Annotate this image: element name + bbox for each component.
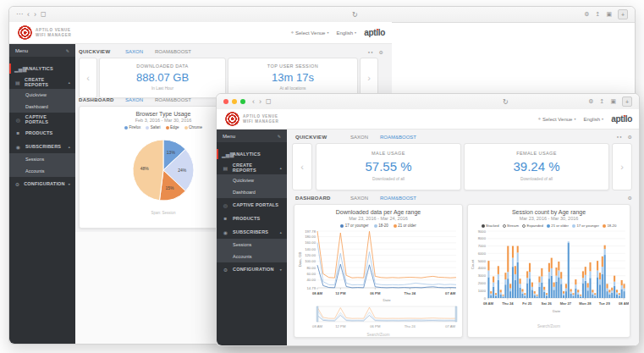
language-selector[interactable]: English ▾ <box>583 117 603 122</box>
tab-roamboost[interactable]: ROAM&BOOST <box>155 97 191 102</box>
legend-item[interactable]: Stacked <box>482 223 499 228</box>
tab-icon[interactable]: ◻ <box>41 11 47 18</box>
legend-item[interactable]: 18-20 <box>374 223 388 228</box>
share-icon[interactable]: ↥ <box>600 98 605 105</box>
copy-icon[interactable]: ▣ <box>606 11 612 18</box>
svg-text:06 PM: 06 PM <box>370 324 381 328</box>
gear-icon[interactable]: ⚙ <box>628 134 632 140</box>
sidebar-item-label: ANALYTICS <box>25 66 53 71</box>
new-tab-icon[interactable]: + <box>618 9 628 19</box>
app-header: APTILO VENUE WIFI MANAGER ⌖ Select Venue… <box>9 22 392 44</box>
close-window-button[interactable] <box>223 99 228 104</box>
legend-item[interactable]: Edge <box>166 125 179 130</box>
forward-icon[interactable]: › <box>34 11 36 19</box>
carousel-next-button[interactable]: › <box>360 58 378 98</box>
legend-item[interactable]: Firefox <box>124 125 140 130</box>
overflow-icon[interactable]: ⋯ <box>16 11 23 18</box>
sidebar-subitem-sessions[interactable]: Sessions <box>217 239 287 251</box>
chart-title: Downloaded data per Age range <box>294 209 462 215</box>
refresh-icon[interactable]: ↻ <box>352 11 358 19</box>
sidebar-subitem-quickview[interactable]: Quickview <box>217 174 287 186</box>
forward-icon[interactable]: › <box>259 98 261 106</box>
tab-saxon[interactable]: SAXON <box>350 196 380 201</box>
sidebar-item-configuration[interactable]: ⚙CONFIGURATION▾ <box>217 262 287 276</box>
sidebar-subitem-accounts[interactable]: Accounts <box>217 251 287 262</box>
sidebar-item-subscribers[interactable]: ◉SUBSCRIBERS▴ <box>9 140 75 153</box>
tab-roamboost[interactable]: ROAM&BOOST <box>155 49 191 54</box>
sidebar-subitem-dashboard[interactable]: Dashboard <box>217 186 287 198</box>
minimize-window-button[interactable] <box>232 99 237 104</box>
gear-icon[interactable]: ⚙ <box>379 49 383 55</box>
sidebar-item-products[interactable]: ■PRODUCTS <box>9 126 75 140</box>
legend-dot <box>547 224 550 228</box>
new-tab-icon[interactable]: + <box>622 97 632 107</box>
legend-item[interactable]: Chrome <box>184 125 203 130</box>
sidebar-item-products[interactable]: ■PRODUCTS <box>217 212 287 225</box>
back-icon[interactable]: ‹ <box>27 11 30 19</box>
svg-text:24%: 24% <box>178 168 187 173</box>
legend-item[interactable]: 21 or older <box>547 223 569 228</box>
kpi-value: 13m 17s <box>228 71 357 84</box>
share-icon[interactable]: ↥ <box>596 11 601 18</box>
pin-icon[interactable]: ✎ <box>278 134 281 139</box>
refresh-icon[interactable]: ↻ <box>503 98 509 106</box>
users-icon[interactable]: ●● <box>617 135 623 139</box>
sidebar: Menu✎▂▅▇ANALYTICS▤CREATE REPORTS▴Quickvi… <box>9 44 75 344</box>
legend-item[interactable]: 21 or older <box>394 223 416 228</box>
legend-dot <box>522 224 526 228</box>
settings-icon[interactable]: ⚙ <box>584 11 589 18</box>
sidebar-item-label: PRODUCTS <box>233 216 260 221</box>
venue-selector[interactable]: ⌖ Select Venue ▾ <box>291 30 329 36</box>
sidebar-item-configuration[interactable]: ⚙CONFIGURATION▾ <box>9 177 75 190</box>
carousel-prev-button[interactable]: ‹ <box>292 143 312 190</box>
legend-item[interactable]: 18-20 <box>603 223 617 228</box>
create-reports-submenu: QuickviewDashboard <box>217 174 287 198</box>
users-icon[interactable]: ●● <box>368 50 374 54</box>
sidebar-subitem-dashboard[interactable]: Dashboard <box>9 101 75 113</box>
venue-selector[interactable]: ⌖ Select Venue ▾ <box>538 116 576 122</box>
sidebar-item-create-reports[interactable]: ▤CREATE REPORTS▴ <box>217 161 287 174</box>
copy-icon[interactable]: ▣ <box>610 98 616 105</box>
sidebar-menu-header[interactable]: Menu✎ <box>9 44 75 57</box>
legend-item[interactable]: Expanded <box>522 223 543 228</box>
language-selector[interactable]: English ▾ <box>336 30 356 36</box>
sidebar-item-create-reports[interactable]: ▤CREATE REPORTS▴ <box>9 75 75 89</box>
svg-text:Sat 26: Sat 26 <box>541 301 552 306</box>
chart-footer: Search/Zoom <box>294 333 462 337</box>
legend-label: 17 or younger <box>345 223 369 228</box>
back-icon[interactable]: ‹ <box>252 98 255 106</box>
tab-roamboost[interactable]: ROAM&BOOST <box>380 135 416 140</box>
sidebar-item-captive-portals[interactable]: ◎CAPTIVE PORTALS <box>9 113 75 126</box>
legend-item[interactable]: 17 or younger <box>572 223 599 228</box>
pin-icon[interactable]: ✎ <box>66 48 69 53</box>
sidebar-subitem-sessions[interactable]: Sessions <box>9 153 75 165</box>
carousel-next-button[interactable]: › <box>612 143 632 190</box>
tab-roamboost[interactable]: ROAM&BOOST <box>380 196 416 201</box>
tab-saxon[interactable]: SAXON <box>350 135 380 140</box>
sidebar-subitem-quickview[interactable]: Quickview <box>9 89 75 101</box>
chevron-down-icon: ▾ <box>355 30 356 35</box>
sidebar-item-analytics[interactable]: ▂▅▇ANALYTICS <box>217 147 287 161</box>
carousel-prev-button[interactable]: ‹ <box>79 58 97 98</box>
legend-label: Chrome <box>189 125 202 130</box>
sidebar-item-analytics[interactable]: ▂▅▇ANALYTICS <box>9 62 75 75</box>
legend-item[interactable]: 17 or younger <box>340 223 368 228</box>
sidebar-item-captive-portals[interactable]: ◎CAPTIVE PORTALS <box>217 198 287 212</box>
line-legend: 17 or younger18-2021 or older <box>294 223 462 228</box>
aptilo-target-logo <box>225 112 239 126</box>
line-chart: 197.78180.00160.00140.00120.00100.0080.0… <box>295 229 461 332</box>
settings-icon[interactable]: ⚙ <box>588 98 593 105</box>
sidebar-menu-header[interactable]: Menu✎ <box>217 130 287 142</box>
sidebar-item-subscribers[interactable]: ◉SUBSCRIBERS▴ <box>217 225 287 239</box>
gear-icon[interactable]: ⚙ <box>628 195 632 201</box>
tab-icon[interactable]: ◻ <box>266 98 272 105</box>
legend-item[interactable]: Stream <box>503 223 519 228</box>
zoom-window-button[interactable] <box>240 99 245 104</box>
tab-saxon[interactable]: SAXON <box>125 97 155 102</box>
svg-text:Count: Count <box>471 259 475 269</box>
sidebar-subitem-accounts[interactable]: Accounts <box>9 165 75 177</box>
legend-item[interactable]: Safari <box>146 125 160 130</box>
svg-text:Date: Date <box>553 309 561 313</box>
tab-saxon[interactable]: SAXON <box>125 49 155 54</box>
subscribers-icon: ◉ <box>222 229 229 235</box>
